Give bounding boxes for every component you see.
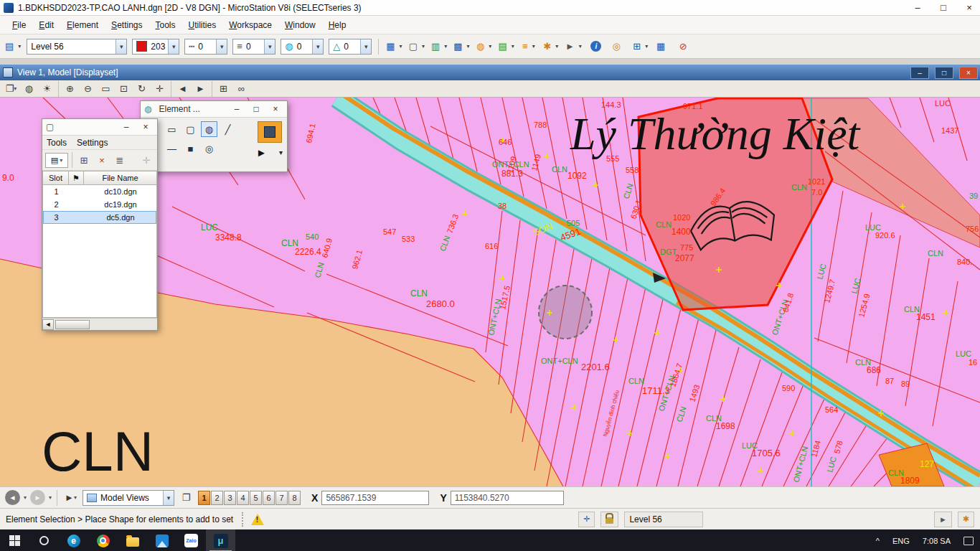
minimize-button[interactable]: – — [907, 0, 928, 15]
models-button[interactable]: ▦▾ — [385, 37, 402, 56]
view-title-bar[interactable]: View 1, Model [Displayset] – □ × — [0, 65, 980, 80]
view-close-button[interactable]: × — [959, 67, 978, 79]
chevron-down-icon[interactable]: ▾ — [116, 39, 126, 54]
chevron-down-icon[interactable]: ▾ — [264, 39, 275, 54]
chevron-down-icon[interactable]: ▾ — [24, 494, 27, 501]
chevron-down-icon[interactable]: ▾ — [312, 39, 323, 54]
element-dialog-close[interactable]: × — [268, 103, 283, 116]
copy-view-button[interactable]: ⊞ — [215, 82, 232, 96]
line-weight-combo[interactable]: ≡0▾ — [232, 39, 275, 55]
select-shape-icon[interactable]: ▢ — [182, 121, 199, 137]
chevron-down-icon[interactable]: ▾ — [168, 39, 179, 54]
view-toggle-7[interactable]: 7 — [275, 491, 288, 505]
select-block-icon[interactable]: ▭ — [164, 121, 180, 137]
list-mode-button[interactable]: ▤▾ — [45, 153, 68, 168]
view-next-button[interactable]: ► — [30, 490, 45, 505]
active-level-combo[interactable]: Level 56▾ — [27, 39, 127, 55]
active-element-template-button[interactable]: ▤▾ — [4, 37, 22, 56]
mode-subtract-icon[interactable]: ■ — [182, 141, 199, 156]
level-manager-button[interactable]: ≡▾ — [520, 37, 537, 56]
model-views-combo[interactable]: Model Views ▾ — [83, 490, 174, 506]
column-slot[interactable]: Slot — [42, 171, 69, 185]
column-flag[interactable]: ⚑ — [69, 171, 84, 185]
element-class-combo[interactable]: ◍0▾ — [281, 39, 324, 55]
notification-center-button[interactable] — [957, 529, 980, 551]
element-dialog-titlebar[interactable]: ◍ Element ... – □ × — [141, 101, 287, 118]
active-selection-mode-button[interactable] — [258, 121, 282, 143]
view-toggle-1[interactable]: 1 — [198, 491, 210, 505]
file-list[interactable]: 1dc10.dgn2dc19.dgn3dc5.dgn — [42, 185, 157, 318]
file-list-dialog[interactable]: ▢ – × Tools Settings ▤▾ ⊞ × ≣ ✛ Slot ⚑ F… — [42, 118, 158, 331]
clip-volume-button[interactable]: ∞ — [233, 82, 250, 96]
point-clouds-button[interactable]: ◍▾ — [476, 37, 493, 56]
selection-set-button[interactable]: ► — [934, 512, 952, 527]
pan-view-button[interactable]: ✛ — [151, 82, 168, 96]
snaps-button[interactable]: ✛ — [578, 512, 595, 527]
taskbar-edge[interactable]: e — [59, 529, 88, 551]
scroll-thumb[interactable] — [55, 320, 90, 329]
dgn-work-mode-button[interactable]: ✱ — [958, 512, 974, 527]
raster-manager-button[interactable]: ▩▾ — [453, 37, 470, 56]
detach-reference-button[interactable]: × — [94, 153, 110, 168]
zoom-in-button[interactable]: ⊕ — [62, 82, 78, 96]
update-view-button[interactable]: ◍ — [21, 82, 37, 96]
tray-chevron[interactable]: ^ — [870, 529, 886, 551]
transparency-combo[interactable]: △0▾ — [329, 39, 372, 55]
mode-invert-icon[interactable]: ◎ — [201, 141, 217, 156]
maximize-button[interactable]: □ — [933, 0, 954, 15]
taskbar-chrome[interactable] — [88, 529, 118, 551]
view-minimize-button[interactable]: – — [910, 67, 929, 79]
view-display-mode-button[interactable]: ❐▾ — [3, 82, 19, 96]
method-pointer-icon[interactable]: ► — [256, 146, 267, 159]
menu-window[interactable]: Window — [278, 17, 322, 33]
locks-button[interactable] — [600, 512, 618, 527]
view-restore-button[interactable]: □ — [935, 67, 953, 79]
view-toggle-3[interactable]: 3 — [224, 491, 236, 505]
menu-help[interactable]: Help — [322, 17, 353, 33]
column-file-name[interactable]: File Name — [84, 171, 157, 185]
dialog-minimize-button[interactable]: – — [118, 121, 134, 133]
saved-views-button[interactable]: ▤▾ — [498, 37, 515, 56]
language-indicator[interactable]: ENG — [886, 529, 916, 551]
window-area-button[interactable]: ▭ — [98, 82, 114, 96]
adjust-brightness-button[interactable]: ☀ — [39, 82, 55, 96]
view-toggle-6[interactable]: 6 — [263, 491, 275, 505]
chevron-down-icon[interactable]: ▾ — [216, 39, 227, 54]
select-line-icon[interactable]: ╱ — [220, 121, 236, 137]
start-button[interactable] — [0, 529, 29, 551]
select-circle-icon[interactable]: ◍ — [201, 121, 217, 137]
view-toggle-8[interactable]: 8 — [288, 491, 301, 505]
mode-add-icon[interactable]: — — [164, 141, 180, 156]
dialog-close-button[interactable]: × — [138, 121, 154, 133]
view-groups-button[interactable]: ❐ — [178, 491, 194, 505]
rotate-view-button[interactable]: ↻ — [133, 82, 150, 96]
chevron-down-icon[interactable]: ▾ — [360, 39, 371, 54]
method-dropdown[interactable]: ▾ — [279, 149, 283, 156]
menu-utilities[interactable]: Utilities — [182, 17, 223, 33]
menu-settings[interactable]: Settings — [77, 138, 108, 148]
x-coordinate-input[interactable] — [321, 491, 429, 505]
menu-tools[interactable]: Tools — [47, 138, 67, 148]
line-style-combo[interactable]: ┅0▾ — [184, 39, 227, 55]
horizontal-scrollbar[interactable]: ◄ — [42, 318, 157, 330]
cells-button[interactable]: ⊞▾ — [632, 37, 649, 56]
fit-view-button[interactable]: ⊡ — [116, 82, 132, 96]
chevron-down-icon[interactable]: ▾ — [163, 491, 174, 505]
accudraw-button[interactable]: ►▾ — [565, 37, 583, 56]
element-selection-dialog[interactable]: ◍ Element ... – □ × ► ▭ ▢ ◍ ╱ ⊕ — ■ ◎ — [140, 100, 288, 172]
search-button[interactable] — [29, 529, 59, 551]
view-toggle-4[interactable]: 4 — [237, 491, 249, 505]
file-dialog-titlebar[interactable]: ▢ – × — [42, 119, 157, 136]
references-button[interactable]: ▥▾ — [430, 37, 448, 56]
element-dialog-minimize[interactable]: – — [229, 103, 245, 116]
taskbar-photos[interactable] — [147, 529, 176, 551]
delete-element-button[interactable]: ⊘ — [677, 37, 694, 56]
view-toggle-2[interactable]: 2 — [211, 491, 223, 505]
close-button[interactable]: × — [958, 0, 980, 15]
chevron-down-icon[interactable]: ▾ — [49, 494, 52, 501]
menu-file[interactable]: File — [6, 17, 32, 33]
taskbar-file-explorer[interactable] — [118, 529, 147, 551]
zoom-out-button[interactable]: ⊖ — [80, 82, 96, 96]
active-level-indicator[interactable]: Level 56 — [624, 512, 703, 527]
menu-element[interactable]: Element — [60, 17, 105, 33]
